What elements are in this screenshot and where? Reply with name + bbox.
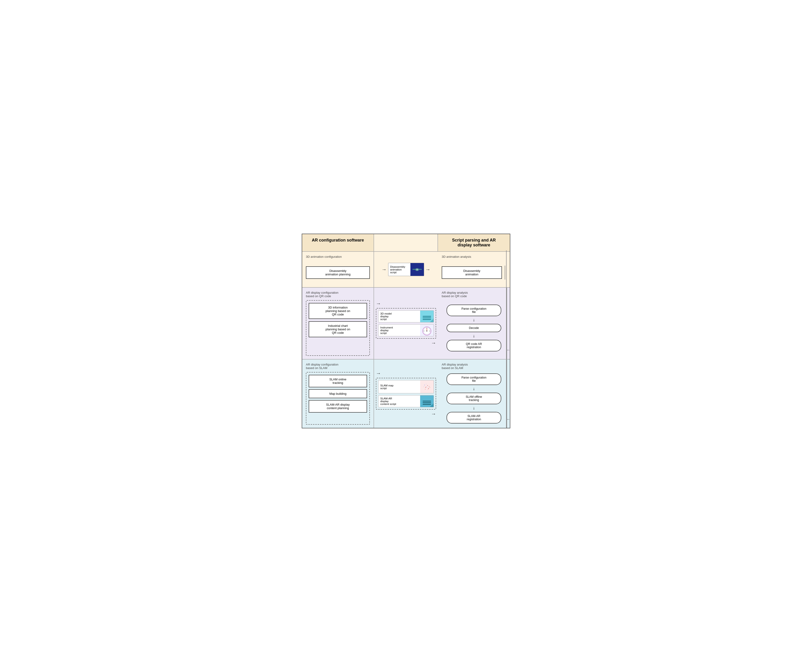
slamar-script-card: SLAM-ARdisplaycontent script xyxy=(378,395,434,407)
slam-map-box: Map building xyxy=(309,389,367,398)
svg-point-4 xyxy=(416,269,418,270)
disassembly-script-img xyxy=(411,263,424,276)
qr-3d-info-box: 3D informationplanning based onQR code xyxy=(309,303,367,319)
right-slam-section: AR display analysisbased on SLAM Parse c… xyxy=(438,360,510,428)
middle-qr-section: → 3D modeldisplayscript xyxy=(374,288,438,359)
svg-point-21 xyxy=(428,389,428,390)
arrow-qr: → xyxy=(376,300,381,307)
3dmodel-script-card: 3D modeldisplayscript xyxy=(378,310,434,323)
right-anim-section: 3D animation analysis Disassemblyanimati… xyxy=(438,252,510,287)
slammap-script-img xyxy=(420,380,433,393)
disassembly-planning-box: Disassemblyanimation planning xyxy=(306,266,370,279)
3dmodel-script-label: 3D modeldisplayscript xyxy=(379,311,420,322)
disassembly-script-label: Disassemblyanimationscript xyxy=(388,263,411,276)
right-slam-flow1: Parse configurationfile xyxy=(446,373,501,385)
right-slam-label: AR display analysisbased on SLAM xyxy=(442,363,506,370)
right-anim-label: 3D animation analysis xyxy=(442,255,506,259)
right-qr-section: AR display analysisbased on QR code Pars… xyxy=(438,288,510,359)
left-anim-section: 3D animation configuration Disassemblyan… xyxy=(302,252,374,287)
right-qr-flow1: Parse configurationfile xyxy=(446,305,501,316)
right-qr-label: AR display analysisbased on QR code xyxy=(442,291,506,298)
right-qr-flow3: QR code ARregistration xyxy=(446,340,501,351)
svg-point-23 xyxy=(430,387,430,388)
svg-point-20 xyxy=(425,389,426,390)
left-anim-label: 3D animation configuration xyxy=(306,255,370,259)
right-qr-flow2: Decode xyxy=(446,324,501,332)
left-qr-label: AR display configurationbased on QR code xyxy=(306,291,370,298)
arrow-anim-left: → xyxy=(382,267,387,273)
svg-point-14 xyxy=(425,387,426,388)
left-qr-section: AR display configurationbased on QR code… xyxy=(302,288,374,359)
slam-tracking-box: SLAM onlinetracking xyxy=(309,375,367,387)
right-vert-connector xyxy=(506,250,507,428)
slamar-script-img xyxy=(420,395,433,407)
3dmodel-script-img xyxy=(420,311,433,322)
middle-slam-section: → SLAM mapscript xyxy=(374,360,438,428)
arrow-slam: → xyxy=(376,370,381,376)
qr-chart-box: Industrial chartplanning based onQR code xyxy=(309,321,367,337)
arrow-slam-right: → xyxy=(431,411,436,417)
svg-point-18 xyxy=(426,387,427,387)
left-header: AR configuration software xyxy=(302,234,374,251)
flow-arrow-slam1: ↓ xyxy=(473,386,475,391)
right-slam-flow3: SLAM-ARregistration xyxy=(446,412,501,424)
arrow-anim-right: → xyxy=(425,267,430,273)
diagram-container: AR configuration software Script parsing… xyxy=(302,234,510,428)
slam-content-box: SLAM-AR displaycontent planning xyxy=(309,400,367,413)
svg-point-24 xyxy=(426,384,426,384)
left-slam-label: AR display configurationbased on SLAM xyxy=(306,363,370,370)
middle-anim-section: → Disassemblyanimationscript xyxy=(374,252,438,287)
slamar-script-label: SLAM-ARdisplaycontent script xyxy=(379,395,420,407)
flow-arrow-qr1: ↓ xyxy=(473,318,475,323)
svg-rect-13 xyxy=(421,380,433,393)
instrument-script-label: Instrumentdisplayscript xyxy=(379,325,420,336)
disassembly-animation-box: Disassemblyanimation xyxy=(442,266,502,279)
svg-point-19 xyxy=(429,386,430,387)
svg-point-15 xyxy=(427,385,428,386)
svg-point-16 xyxy=(428,388,429,389)
arrow-qr-right: → xyxy=(431,340,436,346)
flow-arrow-slam2: ↓ xyxy=(473,406,475,410)
slammap-script-card: SLAM mapscript xyxy=(378,380,434,394)
svg-rect-2 xyxy=(412,269,416,270)
instrument-script-img xyxy=(420,325,433,336)
svg-point-12 xyxy=(426,331,427,331)
slammap-script-label: SLAM mapscript xyxy=(379,380,420,393)
left-slam-section: AR display configurationbased on SLAM SL… xyxy=(302,360,374,428)
instrument-script-card: Instrumentdisplayscript xyxy=(378,324,434,336)
svg-point-22 xyxy=(424,387,424,387)
flow-arrow-qr2: ↓ xyxy=(473,334,475,338)
middle-header-spacer xyxy=(374,234,438,251)
right-header: Script parsing and ARdisplay software xyxy=(438,234,510,251)
svg-point-17 xyxy=(424,385,425,386)
svg-rect-3 xyxy=(419,269,422,270)
disassembly-script-card: Disassemblyanimationscript xyxy=(388,263,424,276)
right-slam-flow2: SLAM offlinetracking xyxy=(446,393,501,404)
